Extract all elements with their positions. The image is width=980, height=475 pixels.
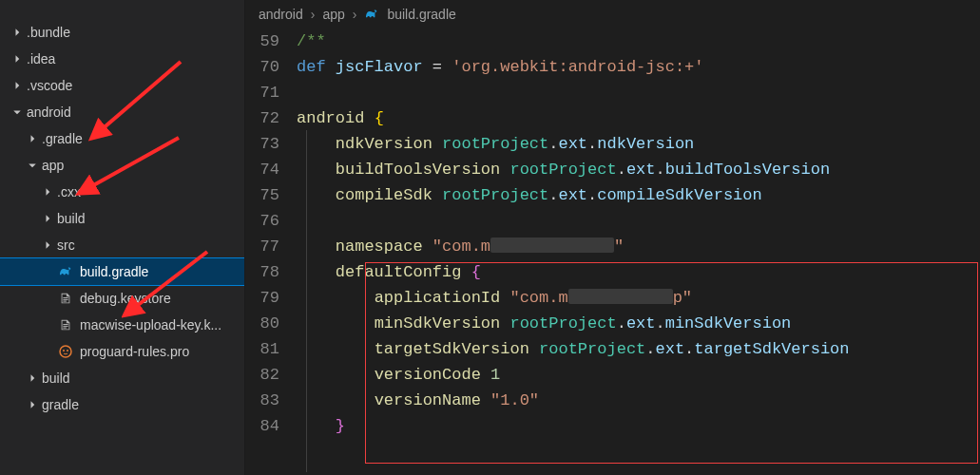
line-number: 70 <box>245 54 279 80</box>
file-item[interactable]: macwise-upload-key.k... <box>0 312 244 338</box>
svg-rect-5 <box>63 328 67 329</box>
line-number: 82 <box>245 362 279 388</box>
line-number: 71 <box>245 80 279 105</box>
chevron-right-icon <box>40 211 55 226</box>
chevron-down-icon <box>25 158 40 173</box>
code-line[interactable] <box>297 208 980 234</box>
folder-item[interactable]: .cxx <box>0 179 244 205</box>
file-item[interactable]: build.gradle <box>0 258 244 285</box>
code-content[interactable]: /**def jscFlavor = 'org.webkit:android-j… <box>297 28 980 475</box>
tree-item-label: app <box>42 158 64 173</box>
chevron-right-icon <box>40 238 55 253</box>
line-number: 59 <box>245 28 279 54</box>
line-number: 81 <box>245 336 279 362</box>
code-line[interactable]: compileSdk rootProject.ext.compileSdkVer… <box>297 182 980 208</box>
code-line[interactable]: def jscFlavor = 'org.webkit:android-jsc:… <box>297 54 980 80</box>
code-line[interactable]: defaultConfig { <box>297 259 980 285</box>
gradle-icon <box>364 7 379 22</box>
chevron-right-icon <box>25 131 40 146</box>
file-item[interactable]: debug.keystore <box>0 285 244 312</box>
folder-item[interactable]: build <box>0 205 244 232</box>
line-gutter: 59707172737475767778798081828384 <box>245 28 297 475</box>
tree-item-label: debug.keystore <box>80 291 171 306</box>
tree-item-label: build <box>57 211 86 226</box>
tree-item-label: .gradle <box>42 131 83 146</box>
line-number: 74 <box>245 157 279 182</box>
line-number: 80 <box>245 311 279 336</box>
editor-pane: android › app › build.gradle 59707172737… <box>245 0 980 475</box>
file-icon <box>57 290 74 307</box>
breadcrumb-part[interactable]: app <box>322 7 344 22</box>
gradle-icon <box>57 263 74 280</box>
chevron-right-icon <box>10 78 25 93</box>
chevron-right-icon <box>25 370 40 386</box>
folder-item[interactable]: .bundle <box>0 19 244 46</box>
breadcrumb-part[interactable]: android <box>259 7 303 22</box>
tree-item-label: .bundle <box>27 25 70 40</box>
code-line[interactable]: /** <box>297 28 980 54</box>
indent-guide <box>306 130 307 472</box>
chevron-down-icon <box>10 104 25 120</box>
tree-item-label: .vscode <box>27 78 72 93</box>
line-number: 73 <box>245 131 279 157</box>
code-line[interactable]: versionName "1.0" <box>297 388 980 413</box>
code-line[interactable]: } <box>297 413 980 439</box>
line-number: 77 <box>245 234 279 259</box>
folder-item[interactable]: build <box>0 365 244 391</box>
code-line[interactable]: buildToolsVersion rootProject.ext.buildT… <box>297 157 980 182</box>
proguard-icon <box>57 343 74 360</box>
svg-rect-2 <box>63 301 67 302</box>
file-explorer[interactable]: .bundle.idea.vscodeandroid.gradleapp.cxx… <box>0 0 245 475</box>
folder-item[interactable]: .vscode <box>0 72 244 99</box>
svg-rect-0 <box>63 297 67 298</box>
file-icon <box>57 316 74 333</box>
svg-rect-3 <box>63 324 67 325</box>
code-line[interactable]: android { <box>297 105 980 131</box>
line-number: 76 <box>245 208 279 234</box>
file-item[interactable]: proguard-rules.pro <box>0 338 244 365</box>
tree-item-label: build.gradle <box>80 264 148 279</box>
chevron-right-icon: › <box>353 7 357 22</box>
code-line[interactable]: applicationId "com.mp" <box>297 285 980 311</box>
line-number: 72 <box>245 105 279 131</box>
breadcrumb-part[interactable]: build.gradle <box>387 7 455 22</box>
tree-item-label: src <box>57 238 75 253</box>
chevron-right-icon <box>25 397 40 412</box>
line-number: 78 <box>245 259 279 285</box>
code-line[interactable]: targetSdkVersion rootProject.ext.targetS… <box>297 336 980 362</box>
tree-item-label: proguard-rules.pro <box>80 344 189 359</box>
line-number: 83 <box>245 388 279 413</box>
code-line[interactable]: namespace "com.m" <box>297 234 980 259</box>
folder-item[interactable]: gradle <box>0 391 244 418</box>
code-line[interactable]: ndkVersion rootProject.ext.ndkVersion <box>297 131 980 157</box>
code-editor[interactable]: 59707172737475767778798081828384 /**def … <box>245 28 980 475</box>
chevron-right-icon <box>10 25 25 40</box>
folder-item[interactable]: app <box>0 152 244 179</box>
folder-item[interactable]: src <box>0 232 244 258</box>
chevron-right-icon <box>40 184 55 200</box>
code-line[interactable]: versionCode 1 <box>297 362 980 388</box>
svg-rect-4 <box>63 326 67 327</box>
app-root: .bundle.idea.vscodeandroid.gradleapp.cxx… <box>0 0 980 475</box>
tree-item-label: .idea <box>27 51 55 66</box>
chevron-right-icon: › <box>311 7 316 22</box>
line-number: 79 <box>245 285 279 311</box>
svg-point-6 <box>60 346 71 357</box>
tree-item-label: build <box>42 370 70 386</box>
tree-item-label: macwise-upload-key.k... <box>80 317 221 332</box>
code-line[interactable] <box>297 80 980 105</box>
tree-item-label: gradle <box>42 397 79 412</box>
folder-item[interactable]: .idea <box>0 46 244 72</box>
svg-rect-1 <box>63 299 67 300</box>
folder-item[interactable]: android <box>0 99 244 125</box>
line-number: 84 <box>245 413 279 439</box>
folder-item[interactable]: .gradle <box>0 125 244 152</box>
tree-item-label: android <box>27 104 71 120</box>
svg-point-8 <box>67 350 68 352</box>
breadcrumb[interactable]: android › app › build.gradle <box>245 0 980 28</box>
chevron-right-icon <box>10 51 25 66</box>
svg-point-7 <box>63 350 65 352</box>
line-number: 75 <box>245 182 279 208</box>
tree-item-label: .cxx <box>57 184 81 200</box>
code-line[interactable]: minSdkVersion rootProject.ext.minSdkVers… <box>297 311 980 336</box>
